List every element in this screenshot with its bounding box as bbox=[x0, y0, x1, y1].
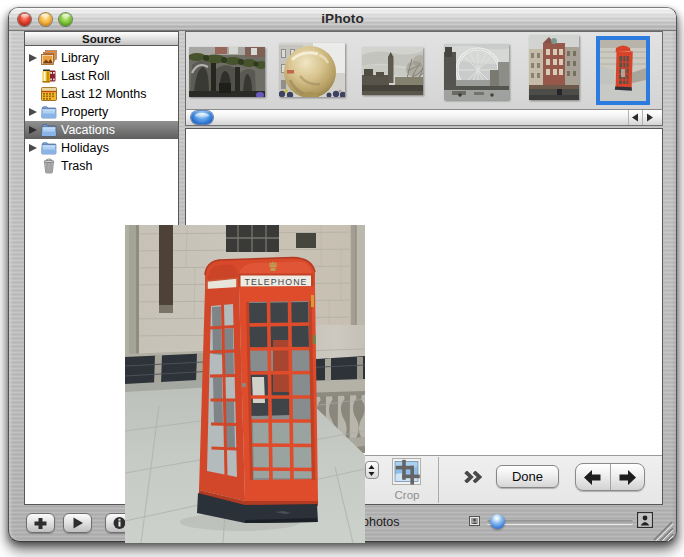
svg-text:TELEPHONE: TELEPHONE bbox=[244, 277, 307, 287]
